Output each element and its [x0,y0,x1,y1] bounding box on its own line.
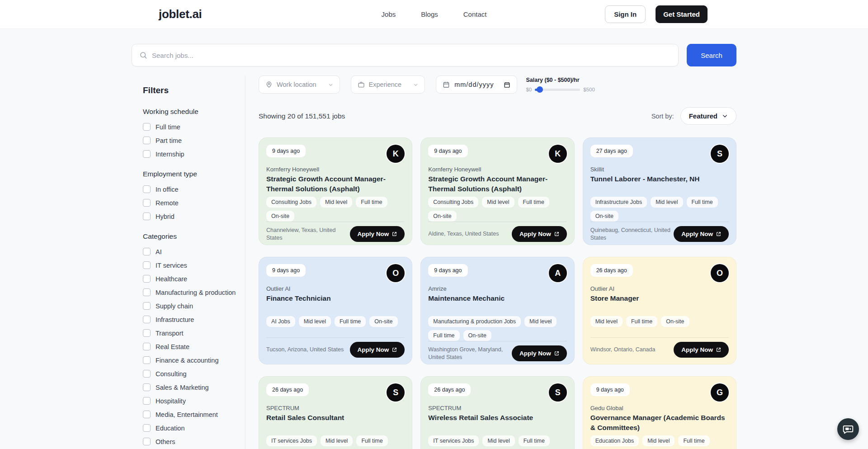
posted-badge: 27 days ago [590,145,633,157]
filter-checkbox[interactable] [143,438,151,445]
company-name: Skillit [590,166,729,173]
nav-link-jobs[interactable]: Jobs [382,10,396,18]
nav-link-blogs[interactable]: Blogs [421,10,438,18]
apply-now-button[interactable]: Apply Now [350,342,405,358]
filter-option[interactable]: Hospitality [143,397,245,405]
filter-option[interactable]: AI [143,248,245,255]
filter-checkbox[interactable] [143,137,151,144]
filter-checkbox[interactable] [143,248,151,255]
job-tag: Mid level [320,197,352,208]
filter-option[interactable]: Sales & Marketing [143,383,245,391]
apply-now-button[interactable]: Apply Now [350,226,405,242]
apply-now-button[interactable]: Apply Now [512,345,567,361]
filter-checkbox[interactable] [143,150,151,158]
filter-option[interactable]: Media, Entertainment [143,411,245,418]
filter-option[interactable]: In office [143,185,245,193]
filter-option-label: Remote [156,199,179,207]
filter-checkbox[interactable] [143,261,151,269]
nav-link-contact[interactable]: Contact [463,10,487,18]
filter-option[interactable]: IT services [143,261,245,269]
filter-checkbox[interactable] [143,343,151,350]
work-location-select[interactable]: Work location [259,76,340,94]
filter-checkbox[interactable] [143,123,151,131]
filter-checkbox[interactable] [143,199,151,207]
job-location: Tucson, Arizona, United States [266,346,344,354]
job-title[interactable]: Maintenance Mechanic [428,293,566,313]
job-card[interactable]: 26 days ago S SPECTRUM Retail Sales Cons… [259,376,412,449]
filter-checkbox[interactable] [143,329,151,337]
job-title[interactable]: Governance Manager (Academic Boards & Co… [590,413,729,433]
job-tag: On-site [661,316,689,327]
filter-option[interactable]: Consulting [143,370,245,378]
experience-select[interactable]: Experience [351,76,425,94]
company-name: Kornferry Honeywell [428,166,566,173]
job-card[interactable]: 27 days ago S Skillit Tunnel Laborer - M… [583,137,736,245]
job-title[interactable]: Retail Sales Consultant [266,413,405,433]
filter-option[interactable]: Manufacturing & production [143,288,245,296]
filter-option[interactable]: Full time [143,123,245,131]
job-location: Aldine, Texas, United States [428,230,499,238]
filter-checkbox[interactable] [143,356,151,364]
job-title[interactable]: Tunnel Laborer - Manchester, NH [590,174,729,194]
sort-by-label: Sort by: [651,113,674,120]
apply-now-button[interactable]: Apply Now [674,226,729,242]
filter-option[interactable]: Part time [143,137,245,144]
filter-checkbox[interactable] [143,213,151,220]
job-card[interactable]: 9 days ago K Kornferry Honeywell Strateg… [259,137,412,245]
sign-in-button[interactable]: Sign In [605,5,646,23]
job-title[interactable]: Finance Technician [266,293,405,313]
filter-checkbox[interactable] [143,383,151,391]
job-card[interactable]: 9 days ago G Gedu Global Governance Mana… [583,376,736,449]
company-avatar: K [387,145,405,163]
sort-dropdown[interactable]: Featured [680,107,736,125]
filter-option[interactable]: Supply chain [143,302,245,310]
job-title[interactable]: Strategic Growth Account Manager-Thermal… [266,174,405,194]
job-title[interactable]: Store Manager [590,293,729,313]
job-card[interactable]: 26 days ago S SPECTRUM Wireless Retail S… [420,376,574,449]
chat-widget-button[interactable] [837,418,859,440]
job-title[interactable]: Wireless Retail Sales Associate [428,413,566,433]
header: joblet.ai Jobs Blogs Contact Sign In Get… [0,0,868,29]
job-location: Windsor, Ontario, Canada [590,346,656,354]
filter-option[interactable]: Finance & accounting [143,356,245,364]
filter-option-label: Healthcare [156,275,187,283]
filter-option[interactable]: Infrastructure [143,316,245,323]
calendar-picker-icon[interactable] [504,81,510,88]
filter-checkbox[interactable] [143,370,151,378]
filter-checkbox[interactable] [143,302,151,310]
job-tags: AI JobsMid levelFull timeOn-site [266,316,405,327]
filter-option[interactable]: Education [143,424,245,432]
job-card[interactable]: 9 days ago O Outlier AI Finance Technici… [259,257,412,364]
filter-checkbox[interactable] [143,397,151,405]
job-tag: On-site [369,316,397,327]
apply-now-button[interactable]: Apply Now [674,342,729,358]
filter-option[interactable]: Others [143,438,245,445]
get-started-button[interactable]: Get Started [656,5,708,23]
filter-option[interactable]: Real Estate [143,343,245,350]
filter-checkbox[interactable] [143,316,151,323]
filter-option[interactable]: Hybrid [143,213,245,220]
job-card[interactable]: 9 days ago K Kornferry Honeywell Strateg… [420,137,574,245]
filter-checkbox[interactable] [143,275,151,283]
salary-slider[interactable] [535,89,580,91]
salary-slider-thumb[interactable] [537,86,543,93]
company-avatar: A [549,264,567,282]
job-card[interactable]: 26 days ago O Outlier AI Store Manager M… [583,257,736,364]
filter-option[interactable]: Healthcare [143,275,245,283]
job-title[interactable]: Strategic Growth Account Manager-Thermal… [428,174,566,194]
search-box[interactable] [132,44,679,66]
date-input[interactable]: mm/dd/yyyy [436,76,517,94]
filter-option[interactable]: Internship [143,150,245,158]
filter-checkbox[interactable] [143,424,151,432]
filter-checkbox[interactable] [143,185,151,193]
filter-checkbox[interactable] [143,288,151,296]
apply-now-button[interactable]: Apply Now [512,226,567,242]
filter-checkbox[interactable] [143,411,151,418]
filter-option[interactable]: Remote [143,199,245,207]
job-card[interactable]: 9 days ago A Amrize Maintenance Mechanic… [420,257,574,364]
filter-option[interactable]: Transport [143,329,245,337]
search-button[interactable]: Search [687,44,736,66]
salary-filter: Salary ($0 - $500)/hr $0 $500 [526,77,604,92]
company-avatar: S [387,383,405,402]
search-input[interactable] [152,52,671,59]
